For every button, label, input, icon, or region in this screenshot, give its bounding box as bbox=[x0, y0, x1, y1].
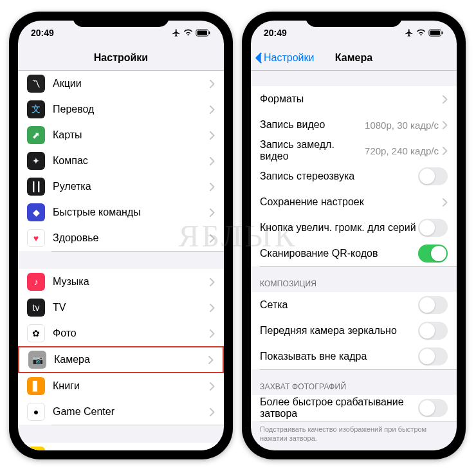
setting-row[interactable]: Запись стереозвука bbox=[251, 163, 457, 189]
setting-row[interactable]: Более быстрое срабатывание затвора bbox=[251, 395, 457, 421]
row-label: Фото bbox=[53, 328, 210, 339]
app-icon: ┃┃ bbox=[27, 178, 45, 196]
row-label: Акции bbox=[53, 78, 210, 89]
svg-rect-1 bbox=[197, 31, 207, 35]
airplane-icon bbox=[172, 28, 181, 37]
settings-row-карты[interactable]: ⬈Карты bbox=[18, 122, 224, 148]
app-icon: 📷 bbox=[28, 351, 46, 369]
setting-row[interactable]: Запись замедл. видео720p, 240 кадр/с bbox=[251, 138, 457, 163]
row-detail: 1080p, 30 кадр/с bbox=[365, 120, 439, 131]
battery-icon bbox=[428, 29, 444, 37]
settings-row-книги[interactable]: ▋Книги bbox=[18, 373, 224, 399]
settings-row-здоровье[interactable]: ♥Здоровье bbox=[18, 225, 224, 251]
phone-left: 20:49 Настройки 〽Акции文Перевод⬈Карты✦Ком… bbox=[9, 12, 233, 459]
app-icon: ✦ bbox=[27, 152, 45, 170]
row-label: Передняя камера зеркально bbox=[260, 325, 418, 337]
chevron-right-icon bbox=[210, 278, 215, 286]
chevron-right-icon bbox=[443, 147, 448, 155]
row-label: Форматы bbox=[260, 93, 443, 105]
app-icon: ▋ bbox=[27, 377, 45, 395]
wifi-icon bbox=[183, 29, 193, 37]
settings-row-камера[interactable]: 📷Камера bbox=[18, 346, 224, 373]
toggle-switch[interactable] bbox=[418, 219, 448, 237]
row-label: Сохранение настроек bbox=[260, 196, 443, 208]
app-icon: ● bbox=[27, 403, 45, 421]
toggle-switch[interactable] bbox=[418, 322, 448, 340]
phone-right: 20:49 Настройки Камера ФорматыЗапись вид… bbox=[242, 12, 466, 459]
status-indicators bbox=[405, 28, 444, 37]
setting-row[interactable]: Сохранение настроек bbox=[251, 189, 457, 215]
screen-right: 20:49 Настройки Камера ФорматыЗапись вид… bbox=[251, 21, 457, 450]
row-label: Книги bbox=[53, 380, 210, 392]
row-label: Здоровье bbox=[53, 232, 210, 244]
app-icon: tv bbox=[27, 299, 45, 317]
wifi-icon bbox=[416, 29, 426, 37]
app-icon: 文 bbox=[27, 100, 45, 118]
chevron-right-icon bbox=[210, 106, 215, 114]
chevron-right-icon bbox=[210, 304, 215, 312]
settings-row-game-center[interactable]: ●Game Center bbox=[18, 399, 224, 425]
app-icon: ♪ bbox=[27, 273, 45, 291]
chevron-right-icon bbox=[443, 95, 448, 104]
setting-row[interactable]: Сканирование QR-кодов bbox=[251, 241, 457, 266]
toggle-switch[interactable] bbox=[418, 296, 448, 314]
app-icon: ☻ bbox=[27, 447, 45, 450]
row-label: Game Center bbox=[53, 406, 210, 418]
row-label: Камера bbox=[54, 354, 208, 365]
row-label: Запись стереозвука bbox=[260, 171, 418, 182]
svg-rect-4 bbox=[430, 31, 440, 35]
setting-row[interactable]: Показывать вне кадра bbox=[251, 344, 457, 369]
chevron-right-icon bbox=[210, 131, 215, 140]
setting-row[interactable]: Кнопка увелич. громк. для серий bbox=[251, 215, 457, 241]
camera-settings-list[interactable]: ФорматыЗапись видео1080p, 30 кадр/сЗапис… bbox=[251, 71, 457, 450]
svg-rect-2 bbox=[209, 32, 210, 34]
notch bbox=[306, 12, 402, 27]
row-label: Показывать вне кадра bbox=[260, 351, 418, 362]
page-title: Настройки bbox=[18, 52, 224, 64]
chevron-right-icon bbox=[210, 157, 215, 165]
settings-row-фото[interactable]: ✿Фото bbox=[18, 320, 224, 346]
settings-row-компас[interactable]: ✦Компас bbox=[18, 148, 224, 174]
status-indicators bbox=[172, 28, 211, 37]
navbar-left: Настройки bbox=[18, 45, 224, 71]
toggle-switch[interactable] bbox=[418, 399, 448, 417]
chevron-right-icon bbox=[210, 329, 215, 338]
settings-row-tv[interactable]: tvTV bbox=[18, 295, 224, 320]
chevron-right-icon bbox=[443, 198, 448, 207]
airplane-icon bbox=[405, 28, 414, 37]
setting-row[interactable]: Форматы bbox=[251, 86, 457, 112]
chevron-right-icon bbox=[210, 234, 215, 243]
row-label: Кнопка увелич. громк. для серий bbox=[260, 222, 418, 234]
back-button[interactable]: Настройки bbox=[251, 52, 314, 64]
settings-row-перевод[interactable]: 文Перевод bbox=[18, 97, 224, 122]
toggle-switch[interactable] bbox=[418, 245, 448, 263]
section-header: ЗАХВАТ ФОТОГРАФИЙ bbox=[251, 369, 457, 395]
settings-list[interactable]: 〽Акции文Перевод⬈Карты✦Компас┃┃Рулетка◆Быс… bbox=[18, 71, 224, 450]
row-label: Компас bbox=[53, 155, 210, 167]
setting-row[interactable]: Запись видео1080p, 30 кадр/с bbox=[251, 112, 457, 138]
app-icon: ◆ bbox=[27, 203, 45, 221]
toggle-switch[interactable] bbox=[418, 167, 448, 185]
back-label: Настройки bbox=[264, 52, 314, 64]
chevron-left-icon bbox=[255, 52, 262, 64]
status-time: 20:49 bbox=[264, 28, 287, 38]
row-label: Карты bbox=[53, 129, 210, 141]
app-icon: ⬈ bbox=[27, 126, 45, 144]
app-icon: ♥ bbox=[27, 229, 45, 247]
settings-row-быстрые-команды[interactable]: ◆Быстрые команды bbox=[18, 199, 224, 225]
settings-row-айдаприкол[interactable]: ☻АйДаПрикол bbox=[18, 443, 224, 450]
settings-row-акции[interactable]: 〽Акции bbox=[18, 71, 224, 97]
settings-row-музыка[interactable]: ♪Музыка bbox=[18, 269, 224, 295]
settings-row-рулетка[interactable]: ┃┃Рулетка bbox=[18, 174, 224, 199]
toggle-switch[interactable] bbox=[418, 347, 448, 365]
row-detail: 720p, 240 кадр/с bbox=[365, 145, 439, 156]
notch bbox=[73, 12, 169, 27]
setting-row[interactable]: Сетка bbox=[251, 292, 457, 318]
setting-row[interactable]: Передняя камера зеркально bbox=[251, 318, 457, 344]
row-label: Рулетка bbox=[53, 181, 210, 192]
navbar-right: Настройки Камера bbox=[251, 45, 457, 71]
row-label: Сканирование QR-кодов bbox=[260, 248, 418, 259]
chevron-right-icon bbox=[210, 80, 215, 88]
app-icon: ✿ bbox=[27, 324, 45, 342]
row-label: Музыка bbox=[53, 276, 210, 288]
